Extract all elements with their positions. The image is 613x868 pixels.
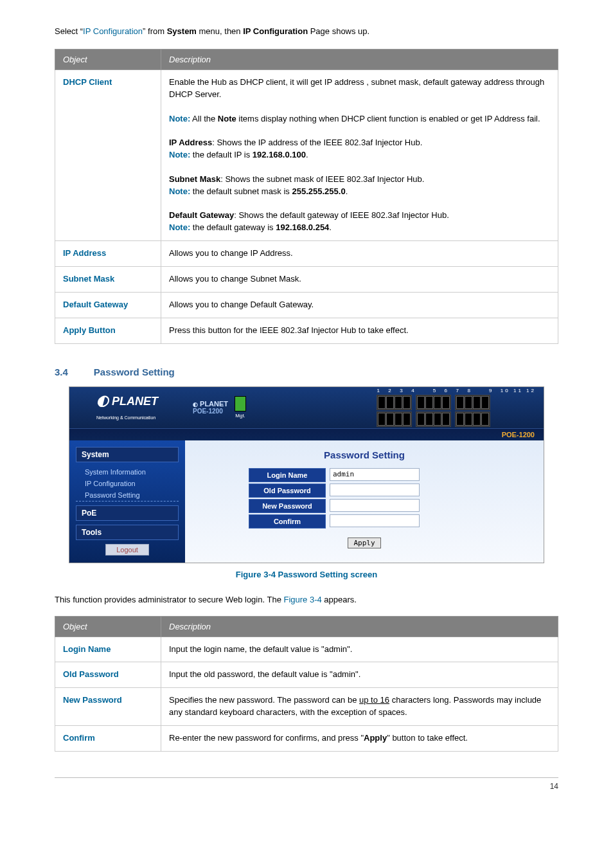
sidebar: System System Information IP Configurati…: [69, 440, 185, 563]
sidebar-item-password-setting[interactable]: Password Setting: [76, 489, 179, 502]
logout-button[interactable]: Logout: [105, 544, 149, 556]
sidebar-section-tools[interactable]: Tools: [76, 525, 179, 540]
new-password-input[interactable]: [330, 499, 420, 512]
planet-logo: ◐ PLANET Networking & Communication: [69, 387, 185, 428]
table-row: IP Address Allows you to change IP Addre…: [55, 241, 558, 267]
link-ip-config[interactable]: IP Configuration: [83, 26, 143, 36]
intro-paragraph-2: This function provides administrator to …: [55, 595, 558, 604]
th-description: Description: [161, 50, 558, 70]
sidebar-section-poe[interactable]: PoE: [76, 505, 179, 521]
table-row: Login Name Input the login name, the def…: [55, 637, 558, 662]
table-row: Confirm Re-enter the new password for co…: [55, 725, 558, 751]
ip-config-table: Object Description DHCP Client Enable th…: [55, 49, 558, 343]
intro-text: Select “IP Configuration” from System me…: [55, 26, 558, 37]
table-row: Old Password Input the old password, the…: [55, 662, 558, 688]
confirm-label: Confirm: [249, 514, 326, 529]
table-row: New Password Specifies the new password.…: [55, 688, 558, 726]
confirm-input[interactable]: [330, 514, 420, 527]
table-row: Default Gateway Allows you to change Def…: [55, 292, 558, 318]
screenshot-password-setting: ◐ PLANET Networking & Communication ◐ PL…: [69, 386, 544, 563]
old-password-input[interactable]: [330, 484, 420, 496]
login-name-input[interactable]: [330, 468, 420, 481]
apply-button[interactable]: Apply: [348, 538, 380, 548]
section-header: 3.4 Password Setting: [55, 366, 558, 377]
old-password-label: Old Password: [249, 484, 326, 498]
sidebar-item-ip-configuration[interactable]: IP Configuration: [76, 478, 179, 489]
page-number: 14: [55, 777, 558, 791]
table-row: Apply Button Press this button for the I…: [55, 318, 558, 343]
port-panel: 1 2 3 4 5 6 7 8 9 10 11 12: [377, 388, 536, 427]
sidebar-item-system-information[interactable]: System Information: [76, 466, 179, 478]
page-title: Password Setting: [199, 449, 529, 460]
model-bar: POE-1200: [69, 428, 544, 440]
table-row: Subnet Mask Allows you to change Subnet …: [55, 267, 558, 293]
table-row: DHCP Client Enable the Hub as DHCP clien…: [55, 70, 558, 241]
cell-dhcp-client: DHCP Client: [55, 70, 161, 241]
figure-caption: Figure 3-4 Password Setting screen: [55, 570, 558, 579]
new-password-label: New Password: [249, 499, 326, 513]
password-setting-table: Object Description Login Name Input the …: [55, 616, 558, 752]
note-label: Note:: [169, 114, 190, 123]
th-object: Object: [55, 50, 161, 70]
mgt-led-icon: [235, 396, 246, 411]
login-name-label: Login Name: [249, 468, 326, 482]
sidebar-section-system[interactable]: System: [76, 447, 179, 462]
